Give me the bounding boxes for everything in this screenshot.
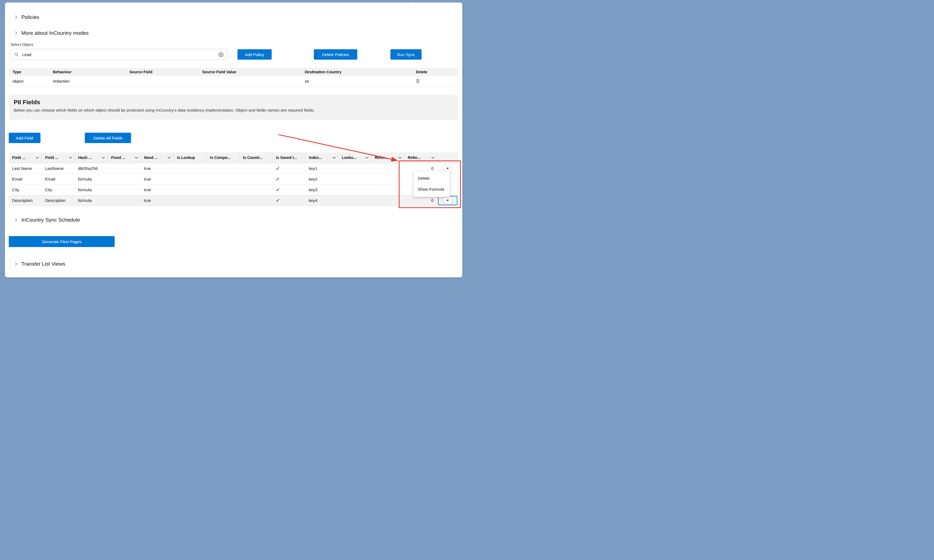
table-cell (371, 163, 405, 174)
table-cell (339, 163, 371, 174)
delete-all-fields-button[interactable]: Delete All Fields (85, 133, 131, 143)
page-background: { "colors": { "accent": "#0176d3", "anno… (0, 0, 467, 280)
table-cell (339, 195, 371, 206)
row-actions-dropdown-button[interactable] (443, 197, 452, 204)
table-cell (240, 195, 273, 206)
check-icon: ✓ (276, 166, 280, 171)
clear-icon (218, 52, 223, 57)
chevron-right-icon (14, 218, 18, 222)
table-cell: ✓ (272, 163, 306, 174)
policy-table: Type Behaviour Source Field Source Field… (9, 68, 458, 86)
column-header-is-saved[interactable]: Is Saved t... (272, 152, 306, 163)
table-cell (126, 76, 198, 86)
column-header-hash[interactable]: Hash ... (75, 152, 108, 163)
table-cell: true (141, 174, 174, 185)
table-cell: Description (42, 195, 75, 206)
table-row: Last Name LastName dtkSha256 true ✓ key1… (9, 163, 458, 174)
table-cell: Email (9, 174, 42, 185)
menu-item-delete[interactable]: Delete (413, 174, 450, 183)
table-cell: key4 (306, 195, 339, 206)
table-cell (108, 185, 141, 195)
check-icon: ✓ (276, 187, 280, 192)
table-cell (339, 174, 371, 185)
object-search-input[interactable] (22, 52, 218, 57)
chevron-down-icon (36, 157, 39, 158)
delete-policies-button[interactable]: Delete Policies (314, 49, 357, 60)
menu-item-show-formula[interactable]: Show Formula (413, 185, 450, 194)
table-cell (108, 174, 141, 185)
run-sync-button[interactable]: Run Sync (391, 49, 422, 60)
search-icon (14, 52, 18, 57)
table-cell (198, 76, 301, 86)
section-transfer-list-views[interactable]: Transfer List Views (14, 261, 65, 267)
column-header-reference-1[interactable]: Refer... (371, 152, 405, 163)
column-header-index[interactable]: Index... (306, 152, 339, 163)
section-more-incountry-modes-label: More about InCountry modes (22, 30, 89, 36)
check-icon: ✓ (276, 198, 280, 203)
chevron-down-icon (446, 200, 449, 202)
column-header-fixed[interactable]: Fixed ... (108, 152, 141, 163)
section-more-incountry-modes[interactable]: More about InCountry modes (14, 30, 89, 36)
chevron-down-icon (135, 157, 138, 158)
policy-table-header-row: Type Behaviour Source Field Source Field… (9, 68, 458, 76)
table-cell (240, 163, 273, 174)
column-header-field-label[interactable]: Field ... (9, 152, 42, 163)
delete-policy-row-button[interactable] (416, 79, 420, 83)
chevron-down-icon (366, 157, 369, 158)
section-policies-label: Policies (22, 14, 39, 20)
main-panel: Policies More about InCountry modes Sele… (5, 3, 462, 277)
table-cell: key1 (306, 163, 339, 174)
table-cell: formula (75, 174, 108, 185)
add-field-button[interactable]: Add Field (9, 133, 40, 143)
table-cell: City (42, 185, 75, 195)
column-header-type: Type (9, 68, 49, 76)
table-cell: ✓ (272, 185, 306, 195)
table-cell (206, 185, 240, 195)
chevron-down-icon (399, 157, 402, 158)
table-cell (240, 174, 273, 185)
table-cell (206, 195, 240, 206)
table-cell: key2 (306, 174, 339, 185)
chevron-right-icon (14, 262, 18, 266)
table-cell: formula (75, 195, 108, 206)
table-cell (108, 195, 141, 206)
section-transfer-list-views-label: Transfer List Views (22, 261, 65, 267)
trash-icon (416, 79, 420, 83)
table-cell (174, 174, 207, 185)
table-cell: formula (75, 185, 108, 195)
column-header-actions (437, 152, 458, 163)
table-cell (174, 195, 207, 206)
add-policy-button[interactable]: Add Policy (237, 49, 272, 60)
table-cell: se (301, 76, 412, 86)
chevron-down-icon (446, 168, 449, 169)
table-cell: dtkSha256 (75, 163, 108, 174)
table-cell: LastName (42, 163, 75, 174)
column-header-behaviour: Behaviour (49, 68, 126, 76)
chevron-down-icon (333, 157, 336, 158)
chevron-right-icon (14, 15, 18, 19)
clear-search-button[interactable] (218, 52, 223, 57)
column-header-reference-2[interactable]: Refer... (404, 152, 437, 163)
column-header-field-api[interactable]: Field ... (42, 152, 75, 163)
fields-table-header-row: Field ... Field ... Hash ... Fixed ... N… (9, 152, 458, 163)
column-header-is-lookup[interactable]: Is Lookup (174, 152, 207, 163)
row-actions-menu: Delete Show Formula (413, 171, 450, 197)
table-cell: ✓ (272, 174, 306, 185)
column-header-need[interactable]: Need ... (141, 152, 174, 163)
table-cell: redaction (49, 76, 126, 86)
table-cell: key3 (306, 185, 339, 195)
check-icon: ✓ (276, 177, 280, 182)
section-policies[interactable]: Policies (14, 14, 39, 20)
table-cell: ✓ (272, 195, 306, 206)
table-row: Email Email formula true ✓ key2 (9, 174, 458, 185)
column-header-source-field-value: Source Field Value (198, 68, 301, 76)
table-cell (371, 174, 405, 185)
chevron-down-icon (431, 157, 434, 158)
column-header-is-country[interactable]: Is Countr... (240, 152, 273, 163)
column-header-is-composite[interactable]: Is Compo... (206, 152, 240, 163)
generate-flexi-pages-button[interactable]: Generate Flexi Pages (9, 236, 115, 247)
pii-fields-description: Below you can choose which fields on whi… (14, 108, 453, 112)
table-cell: object (9, 76, 49, 86)
section-incountry-sync-schedule[interactable]: InCountry Sync Schedule (14, 217, 80, 223)
column-header-lookup[interactable]: Looku... (339, 152, 371, 163)
